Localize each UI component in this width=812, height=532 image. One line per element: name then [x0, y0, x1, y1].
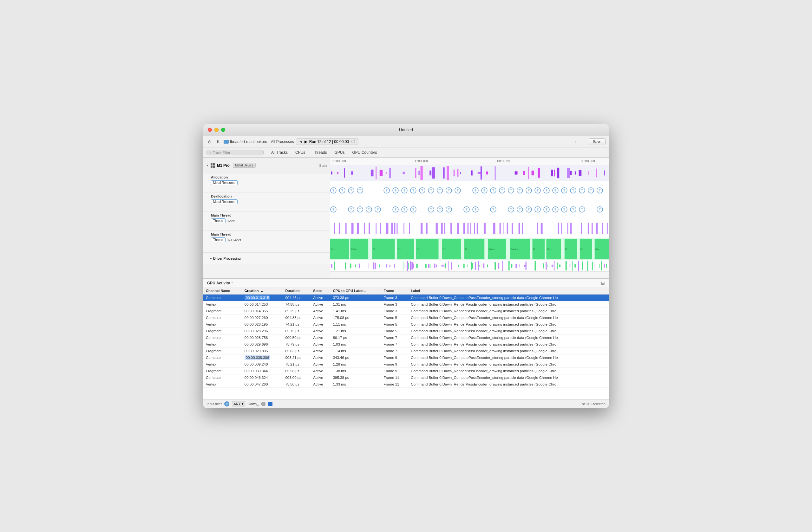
save-button[interactable]: Save: [589, 138, 606, 145]
process-name[interactable]: All Processes: [271, 139, 294, 144]
table-row[interactable]: Vertex00:00.047.26075.50 μsActive1.33 ms…: [203, 381, 609, 388]
driver-timeline: [330, 260, 609, 272]
main-window: Untitled ⊙ ⏸ fbeaufort-macbookpro › All …: [203, 124, 609, 408]
main-thread-green-row: Main Thread Thread 0x124eef: [203, 231, 330, 253]
tab-threads[interactable]: Threads: [309, 149, 330, 156]
col-frame[interactable]: Frame: [381, 287, 408, 295]
gpu-activity-section: GPU Activity ↕ ⊞ Channel Name Creation ▲…: [203, 279, 609, 399]
allocation-timeline: [330, 181, 609, 200]
time-ruler: 00:00.000 00:00.100 00:00.200 00:00.300: [330, 158, 609, 165]
metal-device-badge: Metal Device: [233, 163, 256, 168]
col-creation[interactable]: Creation ▲: [242, 287, 283, 295]
gpu-table-body: Compute00:00.013.315904.46 μsActive373.3…: [203, 295, 609, 388]
filter-value[interactable]: Dawn_: [248, 402, 259, 406]
m1-label: M1 Pro: [217, 163, 230, 168]
input-filter-label: Input filter: [206, 402, 222, 406]
main-thread-purple-canvas: [330, 219, 609, 238]
toggle-square: [268, 402, 273, 406]
toggle-circle: [261, 402, 265, 406]
thread-id-1: 0xfce: [227, 219, 235, 223]
time-0: 00:00.000: [332, 160, 346, 163]
window-title: Untitled: [399, 128, 413, 132]
table-row[interactable]: Vertex00:00.029.69675.79 μsActive1.03 ms…: [203, 341, 609, 348]
any-filter-dropdown[interactable]: ANY ▾: [232, 401, 245, 407]
run-info: ◀ ▶ Run 12 of 12 | 00:00:00 ⓘ: [296, 138, 359, 145]
deallocation-row: Deallocation Metal Resource: [203, 192, 330, 211]
m1-pro-row[interactable]: ▼ M1 Pro Metal Device State: [203, 158, 330, 174]
col-state[interactable]: State: [310, 287, 330, 295]
collapse-gpu-button[interactable]: ⊞: [601, 281, 605, 286]
time-1: 00:00.100: [414, 160, 428, 163]
m1-grid-icon: [211, 163, 215, 168]
main-thread-green-canvas: [330, 238, 609, 260]
tab-gpus[interactable]: GPUs: [331, 149, 348, 156]
device-name: fbeaufort-macbookpro: [230, 139, 267, 144]
selection-info: 1 of 315 selected: [579, 402, 606, 406]
table-row[interactable]: Compute00:00.027.260904.33 μsActive175.0…: [203, 314, 609, 321]
table-row[interactable]: Vertex00:00.014.25374.58 μsActive1.31 ms…: [203, 301, 609, 308]
table-row[interactable]: Fragment00:00.039.34465.58 μsActive1.38 …: [203, 368, 609, 374]
tracks-sidebar: ▼ M1 Pro Metal Device State Allocation M…: [203, 158, 330, 278]
deallocation-canvas: [330, 200, 609, 219]
info-button[interactable]: ⓘ: [351, 139, 356, 144]
m1-timeline: [330, 165, 609, 181]
prev-run-button[interactable]: ◀: [299, 139, 303, 144]
main-thread-purple-timeline: [330, 219, 609, 238]
maximize-button[interactable]: [221, 128, 225, 132]
minimize-panel-button[interactable]: −: [581, 138, 586, 145]
tab-cpus[interactable]: CPUs: [292, 149, 308, 156]
table-row[interactable]: Fragment00:00.028.29665.75 μsActive1.21 …: [203, 328, 609, 335]
table-row[interactable]: Vertex00:00.028.19574.21 μsActive1.11 ms…: [203, 321, 609, 328]
time-2: 00:00.200: [497, 160, 512, 163]
col-latency[interactable]: CPU to GPU Laten...: [331, 287, 381, 295]
thread-badge-2: Thread: [211, 237, 226, 242]
deallocation-timeline: [330, 200, 609, 219]
table-row[interactable]: Fragment00:00.029.80565.83 μsActive1.14 …: [203, 348, 609, 354]
tab-all-tracks[interactable]: All Tracks: [268, 149, 291, 156]
driver-label: Driver Processing: [213, 256, 241, 260]
track-filter-input[interactable]: ⌕ Track Filter: [206, 150, 264, 156]
main-thread-green-timeline: [330, 238, 609, 260]
tab-gpu-counters[interactable]: GPU Counters: [349, 149, 380, 156]
collapse-arrow-icon: ▼: [206, 164, 209, 167]
main-thread-green-label: Main Thread: [211, 232, 327, 236]
traffic-lights: [208, 128, 225, 132]
main-thread-purple-row: Main Thread Thread 0xfce: [203, 211, 330, 231]
gpu-activity-title: GPU Activity ↕: [207, 281, 233, 285]
gpu-activity-header: GPU Activity ↕ ⊞: [203, 279, 609, 287]
back-button[interactable]: ⊙: [206, 138, 213, 145]
table-row[interactable]: Compute00:00.038.306903.21 μsActive343.4…: [203, 354, 609, 361]
deallocation-label: Deallocation: [211, 194, 327, 198]
allocation-label: Allocation: [211, 175, 327, 179]
table-row[interactable]: Vertex00:00.039.24075.21 μsActive1.28 ms…: [203, 361, 609, 368]
time-3: 00:00.300: [581, 160, 595, 163]
sort-arrow-icon: ▲: [261, 290, 264, 293]
close-button[interactable]: [208, 128, 212, 132]
tracks-container: ▼ M1 Pro Metal Device State Allocation M…: [203, 158, 609, 278]
driver-canvas: [330, 260, 609, 271]
device-icon: [223, 140, 229, 144]
table-row[interactable]: Compute00:00.046.324903.00 μsActive395.3…: [203, 374, 609, 381]
chevron-icon: ›: [269, 140, 270, 144]
add-button[interactable]: +: [573, 138, 578, 145]
main-thread-purple-label: Main Thread: [211, 213, 327, 217]
col-channel[interactable]: Channel Name: [203, 287, 242, 295]
gpu-table-container[interactable]: Channel Name Creation ▲ Duration State C…: [203, 287, 609, 399]
driver-processing-row[interactable]: ▶ Driver Processing: [203, 253, 330, 264]
col-duration[interactable]: Duration: [282, 287, 310, 295]
filter-icon: ⊕: [224, 401, 229, 407]
thread-id-2: 0x124eef: [227, 238, 241, 242]
table-row[interactable]: Fragment00:00.014.35565.29 μsActive1.41 …: [203, 308, 609, 314]
deallocation-badge: Metal Resource: [211, 200, 237, 204]
dropdown-arrow-icon: ▾: [242, 402, 244, 406]
col-label[interactable]: Label: [408, 287, 609, 295]
pause-button[interactable]: ⏸: [215, 138, 222, 145]
minimize-button[interactable]: [214, 128, 219, 132]
m1-canvas: [330, 165, 609, 181]
toolbar-right: + − Save: [573, 138, 606, 145]
run-play-icon: ▶: [304, 139, 307, 144]
table-row[interactable]: Compute00:00.013.315904.46 μsActive373.3…: [203, 295, 609, 301]
table-row[interactable]: Compute00:00.028.756900.50 μsActive86.17…: [203, 335, 609, 341]
bottom-bar: Input filter ⊕ ANY ▾ Dawn_ 1 of 315 sele…: [203, 399, 609, 408]
titlebar: Untitled: [203, 124, 609, 136]
